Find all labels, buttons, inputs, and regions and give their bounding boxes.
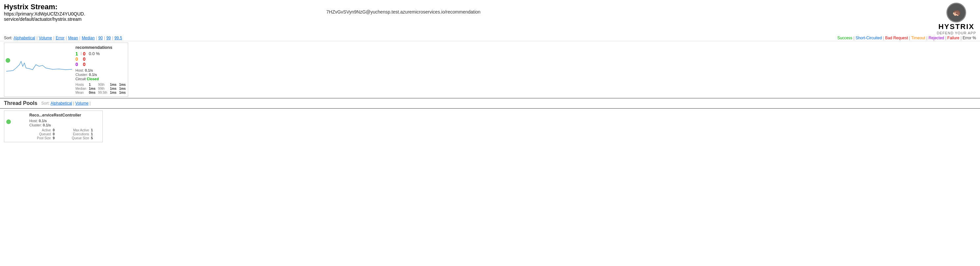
counter-divider: | <box>81 51 82 55</box>
queue-size-label: Queue Size <box>64 136 89 140</box>
extra-val2: 1ms <box>119 87 126 90</box>
error-pct: 0.0 % <box>89 51 99 56</box>
circuit-info: recommendations 1 0 0 | 0 0 0 0.0 % Host… <box>75 45 126 95</box>
legend-failure: Failure <box>947 36 959 40</box>
stream-url-center: 7HZvGvSVyn9NzG@yuchensp.test.azuremicros… <box>85 3 933 14</box>
app-title-line1: Hystrix Stream: <box>4 3 85 11</box>
sort-volume[interactable]: Volume <box>39 36 52 40</box>
pool-size-label: Pool Size <box>29 136 51 140</box>
sort-alphabetical[interactable]: Alphabetical <box>14 36 35 40</box>
status-legend: Success | Short-Circuited | Bad Request … <box>837 36 976 40</box>
legend-short-circuited: Short-Circuited <box>856 36 882 40</box>
header-left: Hystrix Stream: https://primary:XdWpUCfZ… <box>4 3 85 22</box>
pool-sort-volume[interactable]: Volume <box>75 101 89 106</box>
extra-val3: 1ms <box>119 91 126 95</box>
legend-error-pct: Error % <box>963 36 976 40</box>
stat-percentile-labels: 90th 99th 99.5th <box>98 83 107 95</box>
counter-failure-col: 0 0 0 <box>83 51 86 67</box>
thread-pools-title: Thread Pools <box>4 100 37 106</box>
pool-info: Reco...erviceRestController Host: 0.1/s … <box>29 113 100 140</box>
max-active-value: 1 <box>91 128 100 132</box>
pool-cluster-rate-row: Cluster: 0.1/s <box>29 123 100 127</box>
queued-label: Queued <box>29 132 51 136</box>
circuit-sparkline <box>6 45 72 78</box>
pool-name: Reco...erviceRestController <box>29 113 100 117</box>
sort-nav: Sort: Alphabetical | Volume | Error | Me… <box>4 36 124 40</box>
stat-percentile-values: 1ms 1ms 1ms <box>110 83 117 95</box>
app-title-line2: https://primary:XdWpUCfZrZ4YU0QUD. <box>4 11 85 16</box>
pool-cluster-rate: 0.1/s <box>43 123 51 127</box>
circuit-counters: 1 0 0 | 0 0 0 0.0 % <box>75 51 126 67</box>
circuit-section: recommendations 1 0 0 | 0 0 0 0.0 % Host… <box>0 41 980 98</box>
hosts-label: Hosts <box>75 83 86 87</box>
counter-timeout: 0 <box>75 56 78 62</box>
brand-sub: DEFEND YOUR APP <box>937 31 976 35</box>
counter-failure2: 0 <box>83 56 86 62</box>
p995-value: 1ms <box>110 91 117 95</box>
stat-hosts: Hosts Median Mean <box>75 83 86 95</box>
queue-size-value: 5 <box>91 136 100 140</box>
circuit-stats: Hosts Median Mean 1 1ms 0ms 90th 99th 99… <box>75 83 126 95</box>
p99-value: 1ms <box>110 87 117 90</box>
circuit-status-dot <box>6 58 10 63</box>
pool-host-rate-row: Host: 0.1/s <box>29 119 100 123</box>
app-title-line3: service/default/actuator/hystrix.stream <box>4 16 85 22</box>
host-rate: 0.1/s <box>85 68 93 72</box>
sort-mean[interactable]: Mean <box>68 36 78 40</box>
p90-value: 1ms <box>110 83 117 87</box>
sort-p99[interactable]: 99 <box>107 36 111 40</box>
header: Hystrix Stream: https://primary:XdWpUCfZ… <box>0 0 980 35</box>
circuit-chart <box>6 45 72 78</box>
circuit-name: recommendations <box>75 45 126 50</box>
sort-label: Sort: <box>4 36 12 40</box>
legend-success: Success <box>837 36 852 40</box>
max-active-label: Max Active <box>64 128 89 132</box>
legend-rejected: Rejected <box>929 36 944 40</box>
thread-pools-header: Thread Pools Sort: Alphabetical | Volume… <box>0 98 980 109</box>
p90-label: 90th <box>98 83 107 87</box>
pool-stats-grid: Active 0 Max Active 1 Queued 0 Execution… <box>29 128 100 140</box>
sort-median[interactable]: Median <box>82 36 95 40</box>
mean-label: Mean <box>75 91 86 95</box>
queued-value: 0 <box>53 132 62 136</box>
host-rate-row: Host: 0.1/s <box>75 68 126 72</box>
pool-status-dot <box>6 119 11 124</box>
median-value: 1ms <box>89 87 95 90</box>
brand-name: HYSTRIX <box>939 22 974 31</box>
extra-val1: 1ms <box>119 83 126 87</box>
cluster-rate: 0.1/s <box>89 73 97 77</box>
stream-url: 7HZvGvSVyn9NzG@yuchensp.test.azuremicros… <box>85 6 480 14</box>
pool-sort-alphabetical[interactable]: Alphabetical <box>50 101 72 106</box>
circuit-status-row: Circuit Closed <box>75 77 126 81</box>
cluster-rate-row: Cluster: 0.1/s <box>75 73 126 77</box>
executions-value: 1 <box>91 132 100 136</box>
hystrix-logo: 🦔 HYSTRIX DEFEND YOUR APP <box>937 3 976 35</box>
counter-success-col: 1 0 0 <box>75 51 78 67</box>
active-label: Active <box>29 128 51 132</box>
pool-rates: Host: 0.1/s Cluster: 0.1/s <box>29 119 100 127</box>
legend-timeout: Timeout <box>911 36 925 40</box>
circuit-closed-status: Closed <box>87 77 99 81</box>
pool-block: Reco...erviceRestController Host: 0.1/s … <box>4 111 103 142</box>
mean-value: 0ms <box>89 91 95 95</box>
legend-bad-request: Bad Request <box>885 36 908 40</box>
stat-extra-values: 1ms 1ms 1ms <box>119 83 126 95</box>
circuit-block: recommendations 1 0 0 | 0 0 0 0.0 % Host… <box>4 43 128 97</box>
p995-label: 99.5th <box>98 91 107 95</box>
counter-rejected: 0 <box>75 62 78 67</box>
thread-pools-sort: Sort: Alphabetical | Volume | <box>41 101 91 106</box>
counter-success: 1 <box>75 51 78 56</box>
active-value: 0 <box>53 128 62 132</box>
sort-p995[interactable]: 99.5 <box>114 36 122 40</box>
sort-p90[interactable]: 90 <box>98 36 102 40</box>
stat-values1: 1 1ms 0ms <box>89 83 95 95</box>
pool-chart <box>6 113 26 133</box>
counter-failure: 0 <box>83 51 86 56</box>
p99-label: 99th <box>98 87 107 90</box>
pool-host-rate: 0.1/s <box>39 119 47 123</box>
counter-failure3: 0 <box>83 62 86 67</box>
logo-icon: 🦔 <box>947 3 966 22</box>
sort-error[interactable]: Error <box>56 36 65 40</box>
hosts-value: 1 <box>89 83 95 87</box>
pool-size-value: 9 <box>53 136 62 140</box>
